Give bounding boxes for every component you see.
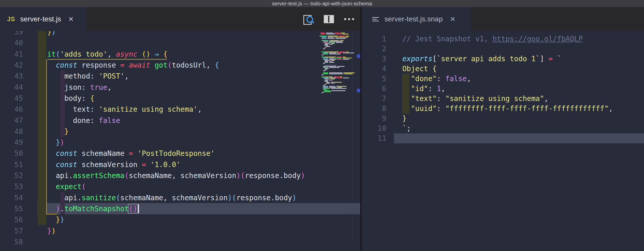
line-number: 56	[0, 214, 23, 225]
line-number: 48	[0, 126, 23, 137]
code-text: })	[47, 225, 56, 236]
code-line[interactable]: 44 json: true,	[0, 82, 360, 93]
code-text: exports[`server api adds todo 1`] = `	[402, 54, 561, 64]
line-number: 2	[362, 44, 386, 54]
left-tab-bar: JS server-test.js ✕ •••	[0, 7, 360, 31]
tab-label: server-test.js.snap	[384, 15, 443, 23]
code-text: body: {	[47, 93, 94, 104]
line-number: 40	[0, 37, 23, 48]
code-line[interactable]: 50 const schemaName = 'PostTodoResponse'	[0, 148, 360, 159]
code-line[interactable]: 45 body: {	[0, 93, 360, 104]
code-text: // Jest Snapshot v1, https://goo.gl/fbAQ…	[402, 34, 583, 44]
code-text: "text": "sanitize using schema",	[402, 94, 548, 104]
code-line[interactable]: 57})	[0, 225, 360, 236]
code-line[interactable]: 2	[362, 44, 644, 54]
line-number: 44	[0, 82, 23, 93]
left-editor[interactable]: 39})4041it('adds todo', async () ⇒ {42 c…	[0, 31, 360, 251]
code-line[interactable]: 58	[0, 236, 360, 247]
line-number: 55	[0, 203, 23, 214]
javascript-file-icon: JS	[7, 16, 15, 23]
code-line[interactable]: 9}	[362, 114, 644, 123]
code-line[interactable]: 48 }	[0, 126, 360, 137]
editor-actions: •••	[303, 7, 356, 31]
tab-close-icon[interactable]: ✕	[68, 15, 74, 23]
code-text: const schemaVersion = '1.0.0'	[47, 159, 181, 170]
code-line[interactable]: 3exports[`server api adds todo 1`] = `	[362, 54, 644, 64]
code-line[interactable]: 40	[0, 37, 360, 48]
code-text: })	[47, 31, 56, 37]
search-in-file-icon[interactable]	[303, 14, 314, 25]
tab-server-test-js[interactable]: JS server-test.js ✕	[0, 7, 87, 31]
code-line[interactable]: 4Object {	[362, 64, 644, 74]
line-number: 8	[362, 104, 386, 114]
code-line[interactable]: 1// Jest Snapshot v1, https://goo.gl/fbA…	[362, 34, 644, 44]
left-editor-group: JS server-test.js ✕ •••	[0, 7, 360, 251]
tab-server-test-js-snap[interactable]: server-test.js.snap ✕	[362, 7, 471, 31]
title-bar: server-test.js — todo-api-with-json-sche…	[0, 0, 644, 7]
code-line[interactable]: 51 const schemaVersion = '1.0.0'	[0, 159, 360, 170]
line-number: 11	[362, 133, 386, 143]
line-number: 51	[0, 159, 23, 170]
code-text: json: true,	[47, 82, 112, 93]
code-line[interactable]: 49 })	[0, 137, 360, 148]
code-line[interactable]: 39})	[0, 31, 360, 37]
line-number: 43	[0, 71, 23, 82]
code-text: "uuid": "ffffffff-ffff-ffff-ffff-fffffff…	[402, 104, 613, 114]
code-text: method: 'POST',	[47, 71, 129, 82]
more-actions-icon[interactable]: •••	[344, 7, 356, 31]
line-number: 54	[0, 192, 23, 203]
line-number: 46	[0, 104, 23, 115]
code-text: api.assertSchema(schemaName, schemaVersi…	[47, 170, 305, 181]
code-line[interactable]: 53 expect(	[0, 181, 360, 192]
code-line[interactable]: 42 const response = await got(todosUrl, …	[0, 60, 360, 71]
line-number: 3	[362, 54, 386, 64]
code-text: })	[47, 137, 64, 148]
line-number: 1	[362, 34, 386, 44]
snapshot-file-icon	[372, 16, 379, 22]
window-title: server-test.js — todo-api-with-json-sche…	[272, 1, 372, 7]
code-text: expect(	[47, 181, 86, 192]
line-number: 7	[362, 94, 386, 104]
line-number: 57	[0, 225, 23, 236]
code-line[interactable]: 47 done: false	[0, 115, 360, 126]
code-line[interactable]: 7 "text": "sanitize using schema",	[362, 94, 644, 104]
line-number: 47	[0, 115, 23, 126]
line-number: 41	[0, 49, 23, 60]
code-line[interactable]: 43 method: 'POST',	[0, 71, 360, 82]
code-text: "done": false,	[402, 74, 471, 84]
line-number: 58	[0, 236, 23, 247]
code-line[interactable]: 11	[362, 133, 644, 143]
code-line[interactable]: 10`;	[362, 123, 644, 133]
vscode-window: server-test.js — todo-api-with-json-sche…	[0, 0, 644, 251]
line-number: 39	[0, 31, 23, 37]
code-line[interactable]: 6 "id": 1,	[362, 84, 644, 94]
line-number: 49	[0, 137, 23, 148]
code-line[interactable]: 52 api.assertSchema(schemaName, schemaVe…	[0, 170, 360, 181]
line-number: 5	[362, 74, 386, 84]
code-text: done: false	[47, 115, 120, 126]
line-number: 52	[0, 170, 23, 181]
line-number: 45	[0, 93, 23, 104]
tab-label: server-test.js	[20, 15, 61, 23]
code-text: }	[47, 126, 69, 137]
code-text: api.sanitize(schemaName, schemaVersion)(…	[47, 192, 297, 203]
code-text: }	[402, 114, 407, 123]
code-text: ).toMatchSnapshot()	[47, 203, 137, 214]
tab-close-icon[interactable]: ✕	[450, 15, 456, 23]
code-text: it('adds todo', async () ⇒ {	[47, 49, 168, 60]
right-editor[interactable]: 1// Jest Snapshot v1, https://goo.gl/fbA…	[362, 31, 644, 251]
line-number: 6	[362, 84, 386, 94]
line-number: 9	[362, 114, 386, 123]
code-line[interactable]: 5 "done": false,	[362, 74, 644, 84]
code-line[interactable]: 41it('adds todo', async () ⇒ {	[0, 49, 360, 60]
line-number: 42	[0, 60, 23, 71]
code-line[interactable]: 46 text: 'sanitize using schema',	[0, 104, 360, 115]
code-line[interactable]: 8 "uuid": "ffffffff-ffff-ffff-ffff-fffff…	[362, 104, 644, 114]
code-line[interactable]: 54 api.sanitize(schemaName, schemaVersio…	[0, 192, 360, 203]
split-editor-icon[interactable]	[324, 15, 334, 23]
code-line[interactable]: 56 })	[0, 214, 360, 225]
code-line[interactable]: 55 ).toMatchSnapshot()	[0, 203, 360, 214]
right-editor-group: server-test.js.snap ✕ 1// Jest Snapshot …	[362, 7, 644, 251]
line-number: 4	[362, 64, 386, 74]
code-text: `;	[402, 123, 411, 133]
